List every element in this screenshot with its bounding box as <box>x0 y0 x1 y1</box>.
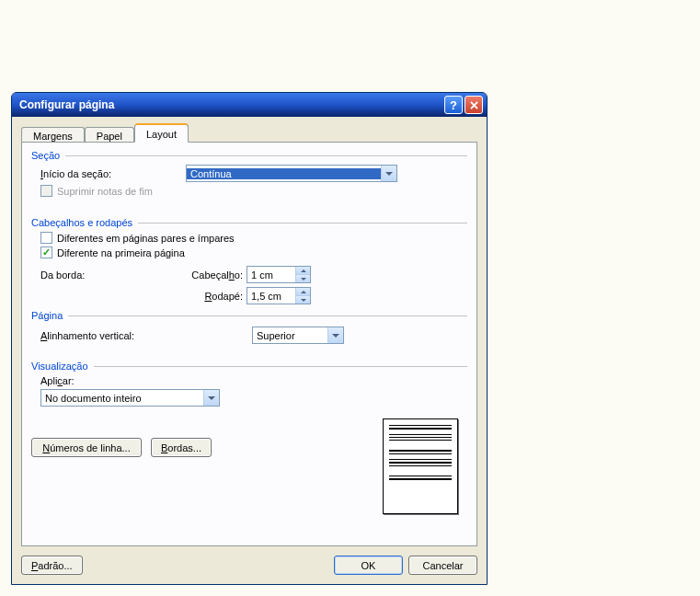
cancel-button[interactable]: Cancelar <box>408 556 477 575</box>
section-start-value: Contínua <box>187 168 381 179</box>
valign-label: Alinhamento vertical: <box>40 330 252 341</box>
valign-select[interactable]: Superior <box>252 327 344 344</box>
line-numbers-button[interactable]: Números de linha... <box>31 438 142 457</box>
footer-spin-up[interactable] <box>296 288 310 295</box>
chevron-down-icon <box>301 299 306 302</box>
section-group: Seção Início da seção: Contínua Suprimir… <box>31 150 467 197</box>
diff-odd-even-checkbox[interactable] <box>40 232 52 244</box>
header-spinner[interactable]: 1 cm <box>247 266 311 283</box>
diff-first-checkbox[interactable]: ✓ <box>40 246 52 258</box>
from-edge-label: Da borda: <box>40 269 186 281</box>
chevron-down-icon <box>381 166 396 181</box>
close-button[interactable] <box>465 96 483 114</box>
header-spin-up[interactable] <box>296 267 310 274</box>
footer-spinner[interactable]: 1,5 cm <box>247 287 311 304</box>
valign-value: Superior <box>253 330 327 341</box>
tab-layout[interactable]: Layout <box>134 124 189 143</box>
default-button[interactable]: Padrão... <box>21 556 83 575</box>
apply-value: No documento inteiro <box>41 393 203 404</box>
page-preview-thumbnail <box>383 418 458 514</box>
page-setup-dialog: Configurar página ? Margens Papel Layout… <box>11 92 488 585</box>
ok-button[interactable]: OK <box>334 556 403 575</box>
titlebar[interactable]: Configurar página ? <box>12 93 487 117</box>
section-legend: Seção <box>31 150 60 161</box>
chevron-up-icon <box>301 291 306 293</box>
close-icon <box>470 101 478 109</box>
diff-first-label: Diferente na primeira página <box>57 247 185 258</box>
chevron-down-icon <box>327 327 343 343</box>
section-start-select[interactable]: Contínua <box>186 165 397 182</box>
checkmark-icon: ✓ <box>42 247 51 258</box>
footer-value: 1,5 cm <box>247 288 295 304</box>
suppress-endnotes-checkbox <box>40 185 52 197</box>
header-label: Cabeçalho: <box>186 269 247 281</box>
headers-legend: Cabeçalhos e rodapés <box>31 217 132 228</box>
suppress-endnotes-label: Suprimir notas de fim <box>57 186 153 197</box>
chevron-up-icon <box>301 269 306 272</box>
layout-panel: Seção Início da seção: Contínua Suprimir… <box>21 142 477 546</box>
footer-spin-down[interactable] <box>296 295 310 304</box>
headers-footers-group: Cabeçalhos e rodapés Diferentes em págin… <box>31 217 467 304</box>
diff-odd-even-label: Diferentes em páginas pares e ímpares <box>57 233 235 244</box>
chevron-down-icon <box>203 390 219 406</box>
footer-label: Rodapé: <box>186 291 247 302</box>
dialog-content: Margens Papel Layout Seção Início da seç… <box>12 117 487 584</box>
page-group: Página Alinhamento vertical: Superior <box>31 310 467 344</box>
header-value: 1 cm <box>247 267 295 282</box>
header-spin-down[interactable] <box>296 274 310 282</box>
page-legend: Página <box>31 310 63 321</box>
title-text: Configurar página <box>19 98 442 111</box>
apply-select[interactable]: No documento inteiro <box>40 389 220 407</box>
dialog-buttons: Padrão... OK Cancelar <box>21 556 477 575</box>
apply-label: Aplicar: <box>40 375 75 386</box>
preview-legend: Visualização <box>31 361 88 372</box>
tab-strip: Margens Papel Layout <box>21 122 477 143</box>
chevron-down-icon <box>301 278 306 281</box>
help-button[interactable]: ? <box>444 96 463 114</box>
section-start-label: Início da seção: <box>40 168 186 179</box>
borders-button[interactable]: Bordas... <box>151 438 212 457</box>
